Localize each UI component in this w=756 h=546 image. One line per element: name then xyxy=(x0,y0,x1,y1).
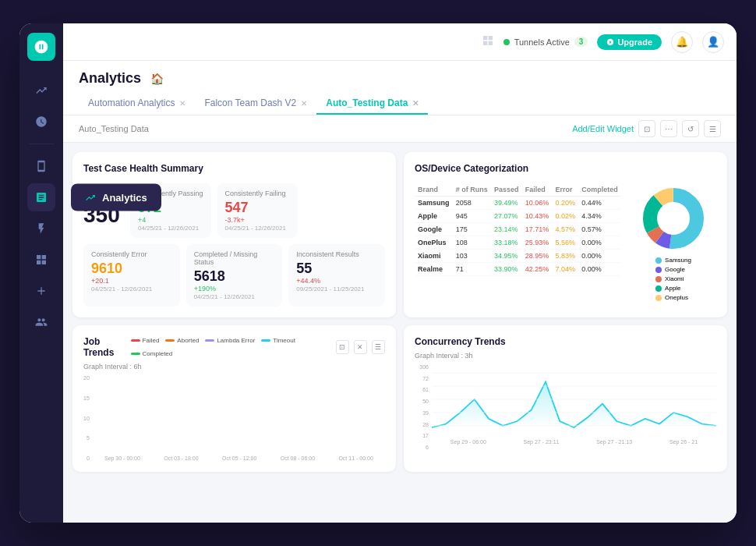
os-data-table: Brand # of Runs Passed Failed Error Comp… xyxy=(415,183,621,276)
legend-xiaomi: Xiaomi xyxy=(655,275,691,282)
x-label-5: Oct 11 - 00:00 xyxy=(338,456,373,461)
tunnel-active-dot xyxy=(503,39,510,45)
tab-falcon-team[interactable]: Falcon Team Dash V2 ✕ xyxy=(195,93,316,115)
sidebar-item-analytics[interactable]: Analytics xyxy=(27,183,55,211)
job-trends-interval: Graph Interval : 6h xyxy=(83,363,385,370)
page-header: Analytics 🏠 Automation Analytics ✕ Falco… xyxy=(63,61,737,115)
legend-google: Google xyxy=(655,266,691,273)
x-label-4: Oct 08 - 06:00 xyxy=(281,456,315,461)
widget-icon-1[interactable]: ⊡ xyxy=(638,120,655,137)
cx-label-1: Sep 29 - 06:00 xyxy=(450,439,486,445)
analytics-tooltip-label: Analytics xyxy=(102,192,147,204)
concurrency-y-axis: 3067261503928176 xyxy=(415,364,432,450)
col-passed: Passed xyxy=(491,183,522,197)
dashboard: Test Case Health Summary Unique Tests 35… xyxy=(63,143,737,523)
upgrade-button[interactable]: Upgrade xyxy=(597,34,662,50)
job-trends-card: Job Trends Failed Aborted Lambda Error T… xyxy=(72,325,396,472)
inconsistent-metric-box: Inconsistent Results 55 +44.4% 09/25/202… xyxy=(288,244,385,307)
completed-date: 04/25/21 - 12/26/2021 xyxy=(194,293,275,300)
concurrency-chart: Sep 29 - 06:00 Sep 27 - 23:11 Sep 27 - 2… xyxy=(432,364,716,450)
os-table-content: Brand # of Runs Passed Failed Error Comp… xyxy=(415,183,621,301)
legend-apple: Apple xyxy=(655,285,691,292)
failing-title: Consistently Failing xyxy=(225,190,291,197)
error-value: 9610 xyxy=(91,261,172,275)
job-trends-x-labels: Sep 30 - 00:00 Oct 03 - 18:00 Oct 05 - 1… xyxy=(93,456,385,461)
failing-change: -3.7k+ xyxy=(225,216,291,224)
completed-value: 5618 xyxy=(194,269,275,283)
inconsistent-value: 55 xyxy=(296,261,377,275)
bar-chart xyxy=(93,375,385,452)
donut-legend: Samsung Google Xiaomi Apple Oneplus xyxy=(655,257,691,301)
page-title: Analytics xyxy=(79,70,141,87)
job-trends-legend: Failed Aborted Lambda Error Timeout Comp… xyxy=(131,337,331,357)
error-metric-box: Consistently Error 9610 +20.1 04/25/21 -… xyxy=(83,244,180,307)
error-change: +20.1 xyxy=(91,277,172,285)
os-categorization-card: OS/Device Categorization Brand # of Runs… xyxy=(404,152,727,317)
add-edit-widget-button[interactable]: Add/Edit Widget xyxy=(572,124,634,133)
grid-view-icon[interactable] xyxy=(482,34,494,50)
widget-icon-2[interactable]: ⋯ xyxy=(660,120,677,137)
chart-ctrl-3[interactable]: ☰ xyxy=(372,340,385,354)
inconsistent-title: Inconsistent Results xyxy=(296,250,377,258)
tunnels-count: 3 xyxy=(574,37,588,47)
sidebar-item-grid[interactable] xyxy=(27,246,55,274)
table-row: Google17523.14%17.71%4.57%0.57% xyxy=(415,223,621,236)
tab-label: Automation Analytics xyxy=(88,98,175,108)
widget-icon-3[interactable]: ↺ xyxy=(682,120,699,137)
notifications-icon[interactable]: 🔔 xyxy=(671,31,693,53)
completed-change: +190% xyxy=(194,285,275,292)
tab-close-automation[interactable]: ✕ xyxy=(179,99,185,108)
x-label-3: Oct 05 - 12:00 xyxy=(222,456,256,461)
table-row: Xiaomi10334.95%28.95%5.83%0.00% xyxy=(415,250,621,263)
widget-icon-4[interactable]: ☰ xyxy=(704,120,721,137)
svg-point-5 xyxy=(658,203,689,234)
home-icon[interactable]: 🏠 xyxy=(150,73,164,85)
tab-label: Falcon Team Dash V2 xyxy=(204,98,296,108)
profile-icon[interactable]: 👤 xyxy=(702,31,724,53)
job-trends-title: Job Trends xyxy=(83,336,131,358)
logo[interactable] xyxy=(27,33,55,61)
sidebar-item-device[interactable] xyxy=(27,152,55,180)
tab-label-active: Auto_Testing Data xyxy=(326,98,408,108)
concurrency-chart-area: 3067261503928176 xyxy=(415,364,716,450)
sidebar-item-clock[interactable] xyxy=(27,108,55,136)
col-runs: # of Runs xyxy=(453,183,491,197)
passing-date: 04/25/21 - 12/26/2021 xyxy=(138,225,203,232)
col-brand: Brand xyxy=(415,183,453,197)
main-content: Tunnels Active 3 Upgrade 🔔 👤 Analytics 🏠… xyxy=(63,23,737,523)
sidebar-item-lightning[interactable] xyxy=(27,214,55,243)
concurrency-header: Concurrency Trends xyxy=(415,336,716,347)
concurrency-interval: Graph Interval : 3h xyxy=(415,352,716,360)
divider-1 xyxy=(29,144,54,144)
legend-samsung: Samsung xyxy=(655,257,691,264)
chart-ctrl-1[interactable]: ⊡ xyxy=(336,340,349,354)
sidebar-item-trending[interactable] xyxy=(27,76,55,105)
os-donut-chart-container: Samsung Google Xiaomi Apple Oneplus xyxy=(631,183,716,301)
completed-title: Completed / Missing Status xyxy=(194,250,275,266)
title-row: Analytics 🏠 xyxy=(79,70,721,87)
x-label-1: Sep 30 - 00:00 xyxy=(104,456,140,461)
tab-close-auto[interactable]: ✕ xyxy=(412,99,419,108)
table-row: OnePlus10833.18%25.93%5.56%0.00% xyxy=(415,236,621,250)
legend-oneplus: Oneplus xyxy=(655,294,691,301)
tab-close-falcon[interactable]: ✕ xyxy=(301,99,307,108)
tab-automation-analytics[interactable]: Automation Analytics ✕ xyxy=(79,93,195,115)
cx-label-4: Sep 26 - 21 xyxy=(669,439,698,445)
tunnels-label: Tunnels Active xyxy=(514,37,570,47)
col-failed: Failed xyxy=(522,183,553,197)
tabs-row: Automation Analytics ✕ Falcon Team Dash … xyxy=(79,93,721,115)
inconsistent-date: 09/25/2021 - 11/25/2021 xyxy=(296,285,377,292)
completed-metric-box: Completed / Missing Status 5618 +190% 04… xyxy=(186,244,283,307)
donut-chart xyxy=(638,183,708,254)
chart-ctrl-2[interactable]: ✕ xyxy=(354,340,367,354)
bar-chart-area: Sep 30 - 00:00 Oct 03 - 18:00 Oct 05 - 1… xyxy=(93,375,385,461)
bottom-grid: Job Trends Failed Aborted Lambda Error T… xyxy=(72,325,727,472)
health-summary-card: Test Case Health Summary Unique Tests 35… xyxy=(72,152,396,317)
sidebar-item-plus[interactable] xyxy=(27,277,55,305)
sidebar-item-users[interactable] xyxy=(27,308,55,336)
col-error: Error xyxy=(552,183,578,197)
tab-auto-testing[interactable]: Auto_Testing Data ✕ xyxy=(316,93,428,115)
failing-value: 547 xyxy=(225,200,291,214)
table-row: Samsung205839.49%10.06%0.20%0.44% xyxy=(415,197,621,210)
legend-completed: Completed xyxy=(131,350,173,357)
